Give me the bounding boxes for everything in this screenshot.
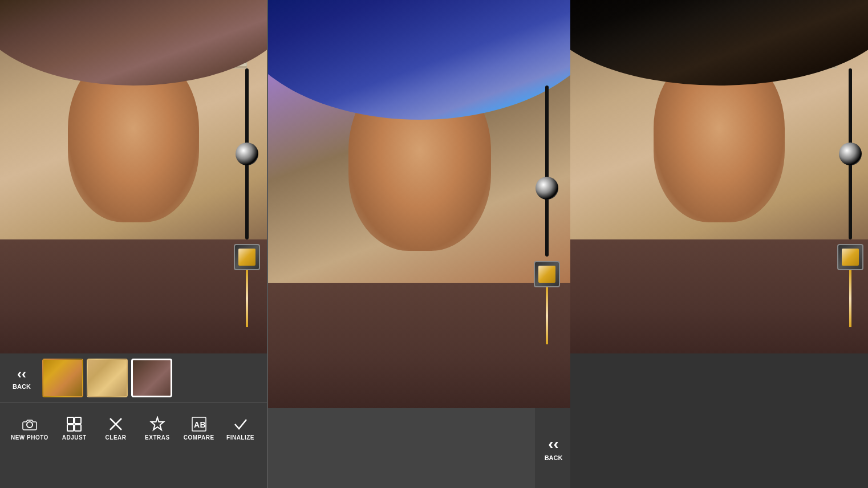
back-arrow-center: ‹‹ [548,435,559,453]
slider-track-right[interactable] [849,68,852,239]
color-swatches-left: ‹‹ BACK [0,353,267,402]
extras-button-left[interactable]: EXTRAS [141,416,173,441]
new-photo-button-left[interactable]: NEW PHOTO [11,416,48,441]
app-container: ‹‹ BACK NEW PHOTO [0,0,868,488]
slider-track-left[interactable] [245,68,249,239]
back-label-left: BACK [13,383,31,390]
swatch-brown[interactable] [131,359,172,397]
slider-left[interactable] [234,68,260,327]
svg-rect-3 [67,425,74,431]
swatch-blonde[interactable] [87,359,128,397]
extras-icon-left [149,416,165,432]
slider-handle-center[interactable] [534,261,560,287]
svg-rect-2 [75,417,81,424]
slider-handle-left[interactable] [234,244,260,270]
slider-thumb-right[interactable] [839,143,862,165]
extras-label-left: EXTRAS [145,434,170,441]
slider-handle-right[interactable] [837,244,863,270]
toolbar-left: NEW PHOTO ADJUST CLEAR [0,402,267,454]
slider-stick-left [246,270,248,327]
finalize-button-left[interactable]: FINALIZE [225,416,256,441]
finalize-label-left: FINALIZE [226,434,254,441]
swatch-orange[interactable] [42,359,83,397]
slider-stick-center [546,287,548,344]
photo-center [268,0,571,408]
slider-stick-right [849,270,851,327]
back-button-left[interactable]: ‹‹ BACK [5,358,39,398]
panel-right: ‹‹ BACK NEW PHOTO [570,0,868,488]
adjust-icon-left [66,416,82,432]
slider-thumb-left[interactable] [236,143,258,165]
slider-right[interactable] [837,68,863,327]
bottom-left: ‹‹ BACK NEW PHOTO [0,353,267,488]
photo-right [570,0,868,353]
panel-center: ‹‹ BACK [267,0,570,488]
slider-center[interactable] [534,86,560,344]
camera-icon-left [22,416,38,432]
svg-marker-7 [151,417,164,430]
clear-label-left: CLEAR [106,434,127,441]
svg-text:AB: AB [194,420,206,429]
finalize-icon-left [233,416,249,432]
slider-thumb-center[interactable] [536,177,558,200]
back-label-center: BACK [545,454,563,461]
compare-button-left[interactable]: AB COMPARE [183,416,214,441]
back-arrow-left: ‹‹ [17,366,26,382]
clear-button-left[interactable]: CLEAR [100,416,132,441]
back-button-center[interactable]: ‹‹ BACK [540,417,567,479]
svg-rect-1 [67,417,74,424]
slider-handle-inner-left [238,249,255,266]
new-photo-label-left: NEW PHOTO [11,434,48,441]
slider-handle-inner-right [842,249,859,266]
adjust-label-left: ADJUST [62,434,87,441]
adjust-button-left[interactable]: ADJUST [59,416,90,441]
svg-point-0 [27,422,33,428]
slider-handle-inner-center [538,266,555,283]
compare-icon-left: AB [191,416,207,432]
slider-track-center[interactable] [545,86,549,257]
clear-icon-left [108,416,124,432]
svg-rect-4 [75,425,81,431]
panel-left: ‹‹ BACK NEW PHOTO [0,0,267,488]
photo-left [0,0,267,353]
compare-label-left: COMPARE [184,434,214,441]
